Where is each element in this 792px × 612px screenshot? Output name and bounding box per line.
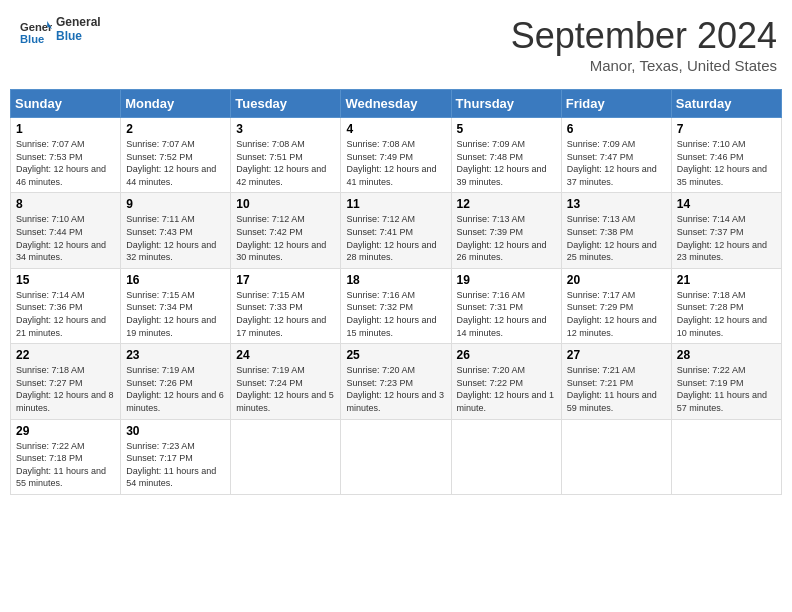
day-info: Sunrise: 7:07 AMSunset: 7:52 PMDaylight:… bbox=[126, 138, 225, 188]
day-number: 24 bbox=[236, 348, 335, 362]
day-number: 6 bbox=[567, 122, 666, 136]
day-info: Sunrise: 7:18 AMSunset: 7:28 PMDaylight:… bbox=[677, 289, 776, 339]
calendar-cell: 24Sunrise: 7:19 AMSunset: 7:24 PMDayligh… bbox=[231, 344, 341, 419]
day-info: Sunrise: 7:12 AMSunset: 7:41 PMDaylight:… bbox=[346, 213, 445, 263]
week-row-4: 22Sunrise: 7:18 AMSunset: 7:27 PMDayligh… bbox=[11, 344, 782, 419]
day-info: Sunrise: 7:19 AMSunset: 7:24 PMDaylight:… bbox=[236, 364, 335, 414]
col-header-thursday: Thursday bbox=[451, 90, 561, 118]
day-number: 13 bbox=[567, 197, 666, 211]
calendar-cell: 10Sunrise: 7:12 AMSunset: 7:42 PMDayligh… bbox=[231, 193, 341, 268]
calendar-cell: 15Sunrise: 7:14 AMSunset: 7:36 PMDayligh… bbox=[11, 268, 121, 343]
calendar-table: SundayMondayTuesdayWednesdayThursdayFrid… bbox=[10, 89, 782, 495]
calendar-cell: 19Sunrise: 7:16 AMSunset: 7:31 PMDayligh… bbox=[451, 268, 561, 343]
day-info: Sunrise: 7:13 AMSunset: 7:38 PMDaylight:… bbox=[567, 213, 666, 263]
page-header: General Blue General Blue September 2024… bbox=[10, 10, 782, 79]
header-row: SundayMondayTuesdayWednesdayThursdayFrid… bbox=[11, 90, 782, 118]
day-info: Sunrise: 7:12 AMSunset: 7:42 PMDaylight:… bbox=[236, 213, 335, 263]
day-info: Sunrise: 7:08 AMSunset: 7:51 PMDaylight:… bbox=[236, 138, 335, 188]
day-info: Sunrise: 7:11 AMSunset: 7:43 PMDaylight:… bbox=[126, 213, 225, 263]
calendar-cell bbox=[671, 419, 781, 494]
day-number: 4 bbox=[346, 122, 445, 136]
day-number: 1 bbox=[16, 122, 115, 136]
calendar-title: September 2024 bbox=[511, 15, 777, 57]
calendar-cell: 12Sunrise: 7:13 AMSunset: 7:39 PMDayligh… bbox=[451, 193, 561, 268]
day-number: 22 bbox=[16, 348, 115, 362]
calendar-cell bbox=[341, 419, 451, 494]
calendar-cell bbox=[561, 419, 671, 494]
calendar-cell: 21Sunrise: 7:18 AMSunset: 7:28 PMDayligh… bbox=[671, 268, 781, 343]
calendar-cell: 7Sunrise: 7:10 AMSunset: 7:46 PMDaylight… bbox=[671, 118, 781, 193]
calendar-cell: 6Sunrise: 7:09 AMSunset: 7:47 PMDaylight… bbox=[561, 118, 671, 193]
day-number: 30 bbox=[126, 424, 225, 438]
logo-general: General bbox=[56, 15, 111, 29]
day-number: 11 bbox=[346, 197, 445, 211]
day-number: 12 bbox=[457, 197, 556, 211]
day-number: 28 bbox=[677, 348, 776, 362]
calendar-cell: 4Sunrise: 7:08 AMSunset: 7:49 PMDaylight… bbox=[341, 118, 451, 193]
day-number: 10 bbox=[236, 197, 335, 211]
week-row-1: 1Sunrise: 7:07 AMSunset: 7:53 PMDaylight… bbox=[11, 118, 782, 193]
col-header-friday: Friday bbox=[561, 90, 671, 118]
day-info: Sunrise: 7:10 AMSunset: 7:46 PMDaylight:… bbox=[677, 138, 776, 188]
day-info: Sunrise: 7:15 AMSunset: 7:34 PMDaylight:… bbox=[126, 289, 225, 339]
day-number: 27 bbox=[567, 348, 666, 362]
col-header-saturday: Saturday bbox=[671, 90, 781, 118]
calendar-cell: 22Sunrise: 7:18 AMSunset: 7:27 PMDayligh… bbox=[11, 344, 121, 419]
day-number: 15 bbox=[16, 273, 115, 287]
day-info: Sunrise: 7:20 AMSunset: 7:23 PMDaylight:… bbox=[346, 364, 445, 414]
day-number: 26 bbox=[457, 348, 556, 362]
day-info: Sunrise: 7:16 AMSunset: 7:31 PMDaylight:… bbox=[457, 289, 556, 339]
day-info: Sunrise: 7:09 AMSunset: 7:48 PMDaylight:… bbox=[457, 138, 556, 188]
day-number: 7 bbox=[677, 122, 776, 136]
svg-text:Blue: Blue bbox=[20, 33, 44, 45]
calendar-cell bbox=[231, 419, 341, 494]
day-number: 8 bbox=[16, 197, 115, 211]
day-info: Sunrise: 7:10 AMSunset: 7:44 PMDaylight:… bbox=[16, 213, 115, 263]
calendar-cell: 17Sunrise: 7:15 AMSunset: 7:33 PMDayligh… bbox=[231, 268, 341, 343]
day-info: Sunrise: 7:18 AMSunset: 7:27 PMDaylight:… bbox=[16, 364, 115, 414]
col-header-sunday: Sunday bbox=[11, 90, 121, 118]
day-number: 14 bbox=[677, 197, 776, 211]
calendar-cell: 25Sunrise: 7:20 AMSunset: 7:23 PMDayligh… bbox=[341, 344, 451, 419]
calendar-cell: 23Sunrise: 7:19 AMSunset: 7:26 PMDayligh… bbox=[121, 344, 231, 419]
day-number: 21 bbox=[677, 273, 776, 287]
day-number: 2 bbox=[126, 122, 225, 136]
col-header-wednesday: Wednesday bbox=[341, 90, 451, 118]
day-info: Sunrise: 7:22 AMSunset: 7:19 PMDaylight:… bbox=[677, 364, 776, 414]
calendar-cell: 16Sunrise: 7:15 AMSunset: 7:34 PMDayligh… bbox=[121, 268, 231, 343]
calendar-cell: 18Sunrise: 7:16 AMSunset: 7:32 PMDayligh… bbox=[341, 268, 451, 343]
week-row-5: 29Sunrise: 7:22 AMSunset: 7:18 PMDayligh… bbox=[11, 419, 782, 494]
logo-icon: General Blue bbox=[20, 17, 52, 49]
day-info: Sunrise: 7:14 AMSunset: 7:36 PMDaylight:… bbox=[16, 289, 115, 339]
day-number: 9 bbox=[126, 197, 225, 211]
week-row-3: 15Sunrise: 7:14 AMSunset: 7:36 PMDayligh… bbox=[11, 268, 782, 343]
day-number: 16 bbox=[126, 273, 225, 287]
day-info: Sunrise: 7:15 AMSunset: 7:33 PMDaylight:… bbox=[236, 289, 335, 339]
col-header-tuesday: Tuesday bbox=[231, 90, 341, 118]
day-info: Sunrise: 7:13 AMSunset: 7:39 PMDaylight:… bbox=[457, 213, 556, 263]
week-row-2: 8Sunrise: 7:10 AMSunset: 7:44 PMDaylight… bbox=[11, 193, 782, 268]
day-info: Sunrise: 7:23 AMSunset: 7:17 PMDaylight:… bbox=[126, 440, 225, 490]
day-info: Sunrise: 7:09 AMSunset: 7:47 PMDaylight:… bbox=[567, 138, 666, 188]
calendar-cell: 14Sunrise: 7:14 AMSunset: 7:37 PMDayligh… bbox=[671, 193, 781, 268]
logo-blue: Blue bbox=[56, 29, 111, 43]
day-number: 25 bbox=[346, 348, 445, 362]
calendar-cell: 20Sunrise: 7:17 AMSunset: 7:29 PMDayligh… bbox=[561, 268, 671, 343]
day-number: 17 bbox=[236, 273, 335, 287]
day-info: Sunrise: 7:07 AMSunset: 7:53 PMDaylight:… bbox=[16, 138, 115, 188]
calendar-cell: 27Sunrise: 7:21 AMSunset: 7:21 PMDayligh… bbox=[561, 344, 671, 419]
calendar-cell: 5Sunrise: 7:09 AMSunset: 7:48 PMDaylight… bbox=[451, 118, 561, 193]
day-info: Sunrise: 7:19 AMSunset: 7:26 PMDaylight:… bbox=[126, 364, 225, 414]
day-number: 20 bbox=[567, 273, 666, 287]
day-number: 23 bbox=[126, 348, 225, 362]
day-info: Sunrise: 7:16 AMSunset: 7:32 PMDaylight:… bbox=[346, 289, 445, 339]
calendar-cell: 2Sunrise: 7:07 AMSunset: 7:52 PMDaylight… bbox=[121, 118, 231, 193]
calendar-cell: 26Sunrise: 7:20 AMSunset: 7:22 PMDayligh… bbox=[451, 344, 561, 419]
day-info: Sunrise: 7:14 AMSunset: 7:37 PMDaylight:… bbox=[677, 213, 776, 263]
day-info: Sunrise: 7:22 AMSunset: 7:18 PMDaylight:… bbox=[16, 440, 115, 490]
day-info: Sunrise: 7:08 AMSunset: 7:49 PMDaylight:… bbox=[346, 138, 445, 188]
logo: General Blue General Blue bbox=[20, 15, 111, 51]
day-number: 18 bbox=[346, 273, 445, 287]
calendar-cell: 28Sunrise: 7:22 AMSunset: 7:19 PMDayligh… bbox=[671, 344, 781, 419]
day-info: Sunrise: 7:21 AMSunset: 7:21 PMDaylight:… bbox=[567, 364, 666, 414]
